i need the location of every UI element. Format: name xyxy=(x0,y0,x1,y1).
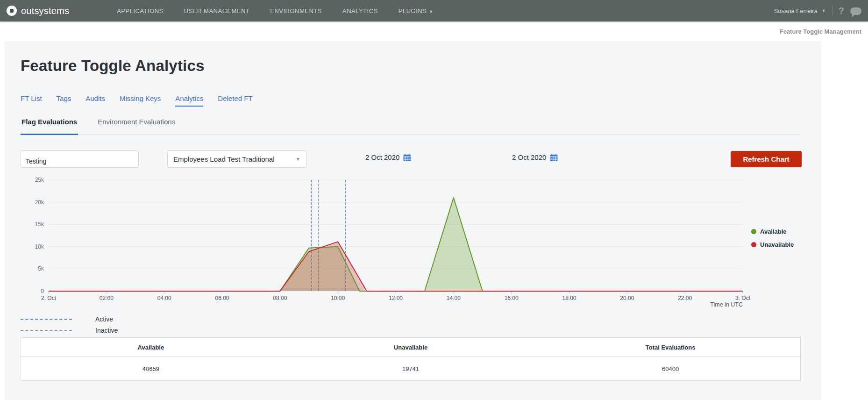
svg-text:08:00: 08:00 xyxy=(273,295,287,301)
outsystems-logo-icon xyxy=(7,6,17,16)
svg-text:12:00: 12:00 xyxy=(389,295,403,301)
table-row: 40659 19741 60400 xyxy=(21,357,801,381)
nav-menu: APPLICATIONS USER MANAGEMENT ENVIRONMENT… xyxy=(117,7,434,14)
inactive-dashed-line-icon xyxy=(21,330,72,331)
legend-row-inactive: Inactive xyxy=(21,326,118,334)
tab-missing-keys[interactable]: Missing Keys xyxy=(120,94,161,107)
chart-legend: Available Unavailable xyxy=(751,228,794,248)
refresh-chart-button[interactable]: Refresh Chart xyxy=(731,151,802,167)
svg-text:10k: 10k xyxy=(35,243,44,250)
unavailable-dot-icon xyxy=(751,242,756,247)
legend-label: Unavailable xyxy=(760,241,794,248)
svg-text:20:00: 20:00 xyxy=(620,295,634,301)
tab-bar: FT List Tags Audits Missing Keys Analyti… xyxy=(21,94,253,107)
svg-text:20k: 20k xyxy=(35,199,44,206)
svg-text:0: 0 xyxy=(41,288,44,294)
subtab-flag-evaluations[interactable]: Flag Evaluations xyxy=(21,115,78,135)
brand[interactable]: outsystems xyxy=(7,6,69,16)
active-dashed-line-icon xyxy=(21,319,72,320)
nav-item-applications[interactable]: APPLICATIONS xyxy=(117,7,164,14)
svg-text:10:00: 10:00 xyxy=(331,295,345,301)
legend-row-active: Active xyxy=(21,315,118,323)
header-unavailable: Unavailable xyxy=(281,338,541,357)
tab-tags[interactable]: Tags xyxy=(57,94,71,107)
nav-right: Susana Ferreira ▼ ? xyxy=(774,6,868,16)
nav-item-analytics[interactable]: ANALYTICS xyxy=(342,7,378,14)
evaluations-chart: 05k10k15k20k25k2. Oct02:0004:0006:0008:0… xyxy=(16,172,754,312)
svg-text:2. Oct: 2. Oct xyxy=(41,295,57,301)
svg-text:Time in UTC: Time in UTC xyxy=(710,301,743,308)
svg-text:25k: 25k xyxy=(35,177,44,183)
flag-select-value: Employees Load Test Traditional xyxy=(173,155,296,163)
table-header-row: Available Unavailable Total Evaluations xyxy=(21,338,801,357)
tab-deleted-ft[interactable]: Deleted FT xyxy=(218,94,252,107)
help-icon[interactable]: ? xyxy=(839,6,844,15)
evaluations-summary-table: Available Unavailable Total Evaluations … xyxy=(21,337,801,381)
svg-text:16:00: 16:00 xyxy=(505,295,519,301)
nav-item-environments[interactable]: ENVIRONMENTS xyxy=(270,7,322,14)
calendar-icon[interactable] xyxy=(403,154,411,161)
feedback-bubble-icon[interactable] xyxy=(850,7,861,15)
svg-text:14:00: 14:00 xyxy=(447,295,461,301)
calendar-icon[interactable] xyxy=(550,154,558,161)
select-caret-icon: ▼ xyxy=(296,157,300,162)
value-total-evaluations: 60400 xyxy=(541,357,800,381)
legend-label: Available xyxy=(760,228,787,235)
date-from-value: 2 Oct 2020 xyxy=(365,153,399,161)
svg-text:15k: 15k xyxy=(35,221,44,228)
legend-label: Active xyxy=(95,315,113,323)
tab-analytics[interactable]: Analytics xyxy=(175,94,203,107)
value-available: 40659 xyxy=(21,357,281,381)
svg-text:06:00: 06:00 xyxy=(215,295,229,301)
header-available: Available xyxy=(21,338,281,357)
subtab-bar: Flag Evaluations Environment Evaluations xyxy=(21,115,801,135)
nav-divider xyxy=(832,6,832,16)
status-line-legend: Active Inactive xyxy=(21,315,118,334)
svg-text:04:00: 04:00 xyxy=(157,295,171,301)
svg-text:18:00: 18:00 xyxy=(562,295,576,301)
svg-text:5k: 5k xyxy=(38,265,44,272)
breadcrumb[interactable]: Feature Toggle Management xyxy=(780,28,861,35)
legend-item-available: Available xyxy=(751,228,794,235)
svg-text:22:00: 22:00 xyxy=(678,295,692,301)
date-from-field[interactable]: 2 Oct 2020 xyxy=(365,153,411,161)
date-to-value: 2 Oct 2020 xyxy=(512,153,546,161)
breadcrumb-bar: Feature Toggle Management xyxy=(0,21,868,41)
user-menu[interactable]: Susana Ferreira xyxy=(774,7,818,14)
svg-text:02:00: 02:00 xyxy=(100,295,114,301)
nav-item-plugins-label: PLUGINS xyxy=(398,7,427,14)
top-nav: outsystems APPLICATIONS USER MANAGEMENT … xyxy=(0,0,868,21)
user-menu-caret-icon[interactable]: ▼ xyxy=(822,8,826,13)
date-to-field[interactable]: 2 Oct 2020 xyxy=(512,153,558,161)
available-dot-icon xyxy=(751,229,756,234)
flag-search-input[interactable] xyxy=(21,150,139,168)
chevron-down-icon: ▼ xyxy=(429,9,433,14)
nav-item-user-management[interactable]: USER MANAGEMENT xyxy=(184,7,249,14)
tab-audits[interactable]: Audits xyxy=(85,94,105,107)
value-unavailable: 19741 xyxy=(281,357,541,381)
page-title: Feature Toggle Analytics xyxy=(21,57,205,75)
flag-select[interactable]: Employees Load Test Traditional ▼ xyxy=(167,150,306,168)
svg-text:3. Oct: 3. Oct xyxy=(735,295,751,301)
nav-item-plugins[interactable]: PLUGINS▼ xyxy=(398,7,434,14)
content-panel: Feature Toggle Analytics FT List Tags Au… xyxy=(5,41,821,400)
subtab-environment-evaluations[interactable]: Environment Evaluations xyxy=(97,115,176,135)
header-total-evaluations: Total Evaluations xyxy=(541,338,800,357)
brand-name: outsystems xyxy=(21,6,69,16)
tab-ft-list[interactable]: FT List xyxy=(21,94,42,107)
legend-item-unavailable: Unavailable xyxy=(751,241,794,248)
legend-label: Inactive xyxy=(95,327,118,334)
